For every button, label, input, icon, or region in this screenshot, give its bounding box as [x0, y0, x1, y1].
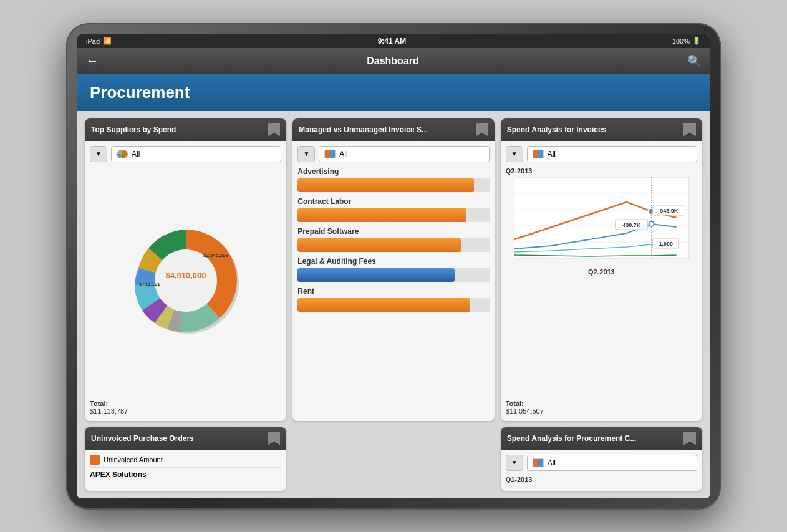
back-button[interactable]: ← [86, 54, 99, 68]
status-time: 9:41 AM [378, 37, 407, 46]
spend-procurement-dropdown[interactable]: All [527, 455, 697, 471]
wifi-icon: 📶 [103, 37, 112, 45]
bar-advertising: Advertising [297, 167, 489, 192]
svg-text:$2,545,299: $2,545,299 [203, 253, 229, 258]
status-left: iPad 📶 [86, 37, 112, 45]
widget-spend-analysis-body: ▼ All Q2-2013 [501, 141, 702, 421]
widget-spend-procurement-body: ▼ All Q1-2013 [501, 450, 702, 491]
line-chart-svg: 945.9K 430.7K 1,000 [506, 177, 697, 264]
svg-text:430.7K: 430.7K [622, 222, 641, 228]
svg-point-12 [649, 221, 654, 226]
bar-advertising-fill [297, 178, 474, 192]
svg-text:$4,910,000: $4,910,000 [165, 271, 206, 280]
bar-rent: Rent [297, 287, 489, 312]
widget-top-suppliers-body: ▼ All [85, 141, 286, 421]
line-chart-container: 945.9K 430.7K 1,000 Q2-2013 [506, 177, 697, 394]
bar-contract-labor-track [297, 208, 489, 222]
spend-analysis-total-label: Total: [506, 400, 697, 407]
page-header: Procurement [77, 74, 710, 111]
spend-analysis-dropdown-row: ▼ All [506, 146, 697, 162]
managed-dropdown-arrow[interactable]: ▼ [297, 146, 315, 162]
bookmark-icon-4[interactable] [268, 432, 280, 445]
widget-spend-procurement-header: Spend Analysis for Procurement C... [501, 427, 702, 450]
ipad-screen: iPad 📶 9:41 AM 100% 🔋 ← Dashboard 🔍 Proc… [77, 34, 710, 498]
bar-legal-fees-label: Legal & Auditing Fees [297, 257, 489, 266]
bar-contract-labor-label: Contract Labor [297, 197, 489, 206]
bar-rent-track [297, 298, 489, 312]
widget-uninvoiced-header: Uninvoiced Purchase Orders [85, 427, 286, 450]
bookmark-icon-3[interactable] [683, 123, 696, 137]
widget-managed-title: Managed vs Unmanaged Invoice S... [299, 125, 428, 134]
widget-spend-analysis: Spend Analysis for Invoices ▼ All Q2-201… [501, 118, 702, 421]
bar-prepaid-software: Prepaid Software [297, 227, 489, 252]
widget-spend-procurement-title: Spend Analysis for Procurement C... [507, 434, 637, 443]
bar-legal-fees-track [297, 268, 489, 282]
widget-spend-analysis-header: Spend Analysis for Invoices [501, 118, 702, 141]
top-suppliers-color-icon [117, 150, 128, 158]
spend-procurement-color-icon [533, 458, 544, 467]
bar-rent-label: Rent [297, 287, 489, 296]
top-suppliers-dropdown-arrow[interactable]: ▼ [90, 146, 107, 162]
bookmark-icon[interactable] [268, 123, 280, 137]
bookmark-icon-5[interactable] [683, 432, 696, 445]
spend-analysis-dropdown-arrow[interactable]: ▼ [506, 146, 523, 162]
widget-spend-analysis-title: Spend Analysis for Invoices [507, 125, 607, 134]
pie-container: $4,910,000 $2,545,299 $711,121 [90, 167, 281, 394]
spend-analysis-total: Total: $11,054,507 [506, 397, 697, 416]
bar-legal-fees: Legal & Auditing Fees [297, 257, 489, 282]
nav-bar: ← Dashboard 🔍 [77, 48, 710, 74]
widget-top-suppliers-title: Top Suppliers by Spend [91, 125, 176, 134]
bar-prepaid-software-track [297, 238, 489, 252]
bar-rent-fill [297, 298, 470, 312]
managed-dropdown[interactable]: All [319, 146, 489, 162]
uninvoiced-legend-label: Uninvoiced Amount [104, 456, 163, 463]
bar-contract-labor: Contract Labor [297, 197, 489, 222]
device-label: iPad [86, 37, 100, 45]
nav-title: Dashboard [99, 56, 687, 67]
spend-analysis-period: Q2-2013 [506, 167, 697, 175]
search-button[interactable]: 🔍 [687, 54, 701, 68]
managed-dropdown-label: All [339, 150, 347, 158]
battery-label: 100% [672, 37, 690, 45]
svg-text:$711,121: $711,121 [139, 281, 160, 287]
widget-spend-procurement: Spend Analysis for Procurement C... ▼ Al… [501, 427, 702, 491]
widget-managed-unmanaged: Managed vs Unmanaged Invoice S... ▼ All … [292, 118, 494, 421]
widget-uninvoiced-po: Uninvoiced Purchase Orders Uninvoiced Am… [85, 427, 286, 491]
top-suppliers-dropdown[interactable]: All [111, 146, 281, 162]
spend-analysis-total-value: $11,054,507 [506, 407, 544, 415]
content-area: Top Suppliers by Spend ▼ All [77, 111, 710, 498]
widget-uninvoiced-body: Uninvoiced Amount APEX Solutions [85, 450, 286, 491]
spend-procurement-period: Q1-2013 [506, 476, 697, 483]
supplier-row-apex[interactable]: APEX Solutions [90, 467, 281, 481]
bar-prepaid-software-label: Prepaid Software [297, 227, 489, 236]
chart-x-label: Q2-2013 [506, 268, 697, 276]
status-bar: iPad 📶 9:41 AM 100% 🔋 [77, 34, 710, 48]
bookmark-icon-2[interactable] [476, 123, 488, 137]
bar-prepaid-software-fill [297, 238, 460, 252]
spend-procurement-dropdown-row: ▼ All [506, 455, 697, 471]
bar-advertising-track [297, 178, 489, 192]
spend-procurement-dropdown-arrow[interactable]: ▼ [506, 455, 523, 471]
svg-text:945.9K: 945.9K [660, 208, 678, 214]
top-suppliers-dropdown-label: All [132, 150, 140, 158]
uninvoiced-legend-row: Uninvoiced Amount [90, 455, 281, 465]
widget-top-suppliers: Top Suppliers by Spend ▼ All [85, 118, 286, 421]
top-suppliers-total-value: $11,113,787 [90, 407, 128, 415]
widget-managed-body: ▼ All Advertising [292, 141, 494, 421]
widget-top-suppliers-header: Top Suppliers by Spend [85, 118, 286, 141]
managed-dropdown-row: ▼ All [297, 146, 489, 162]
spend-analysis-color-icon [533, 150, 544, 158]
top-suppliers-dropdown-row: ▼ All [90, 146, 281, 162]
supplier-name: APEX Solutions [90, 470, 147, 479]
widget-uninvoiced-title: Uninvoiced Purchase Orders [91, 434, 194, 443]
bar-advertising-label: Advertising [297, 167, 489, 176]
page-title: Procurement [90, 83, 697, 102]
status-right: 100% 🔋 [672, 37, 701, 45]
bar-legal-fees-fill [297, 268, 455, 282]
pie-chart: $4,910,000 $2,545,299 $711,121 [123, 218, 248, 343]
svg-point-1 [155, 249, 217, 312]
spend-analysis-dropdown[interactable]: All [527, 146, 697, 162]
widget-managed-header: Managed vs Unmanaged Invoice S... [292, 118, 494, 141]
top-suppliers-total-label: Total: [90, 400, 281, 407]
managed-color-icon [324, 150, 336, 158]
